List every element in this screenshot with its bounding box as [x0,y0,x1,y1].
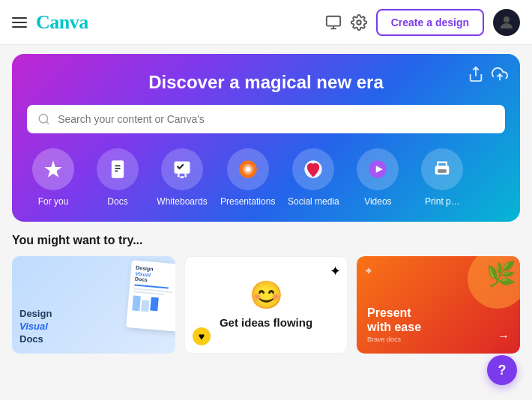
header-left: Canva [12,11,88,34]
card2-title: Get ideas flowing [220,315,312,330]
svg-rect-21 [438,169,447,173]
card3-tag: ✤ [366,267,372,275]
whiteboards-label: Whiteboards [157,196,207,207]
docs-icon [97,148,139,190]
svg-point-7 [39,115,47,123]
whiteboards-icon [161,148,203,190]
card3-arrow: → [498,330,510,343]
svg-rect-13 [175,162,190,174]
smiley-icon: 😊 [250,279,283,311]
category-presentations[interactable]: Presentations [220,148,275,207]
category-whiteboards[interactable]: Whiteboards [156,148,208,207]
cloud-upload-icon[interactable] [492,66,508,85]
monitor-icon[interactable] [325,14,342,31]
svg-point-3 [357,20,361,25]
search-bar[interactable] [27,105,505,133]
suggestions-grid: Design Visual Docs DesignVisualDocs [12,256,520,354]
category-print[interactable]: Print p… [416,148,468,207]
card3-inner: 🌿 ✤ Present with ease Brave docs → [357,256,520,354]
docs-label: Docs [107,196,127,207]
presentations-label: Presentations [220,196,275,207]
svg-point-4 [504,16,510,22]
suggestions-section: You might want to try... Design Visual D… [12,234,520,354]
foryou-label: For you [38,196,69,207]
star-decoration: ✦ [330,263,341,279]
card2-content: 😊 Get ideas flowing [208,267,324,342]
canva-logo: Canva [36,11,88,34]
hero-action-icons [468,66,508,85]
main-content: Discover a magical new era For you [0,45,532,363]
card1-title1: Design [19,308,52,321]
mini-doc-1: DesignVisualDocs [126,260,175,332]
presentations-icon [227,148,269,190]
videos-icon [357,148,399,190]
hero-banner: Discover a magical new era For you [12,54,520,222]
help-button[interactable]: ? [487,355,517,385]
suggestions-title: You might want to try... [12,234,520,247]
hero-title: Discover a magical new era [27,72,505,93]
category-videos[interactable]: Videos [351,148,404,207]
card1-title3: Docs [19,333,52,346]
header: Canva Create a design [0,0,532,45]
card-present-ease[interactable]: 🌿 ✤ Present with ease Brave docs → [357,256,520,354]
card-design-docs[interactable]: Design Visual Docs DesignVisualDocs [12,256,175,354]
videos-label: Videos [364,196,391,207]
category-docs[interactable]: Docs [91,148,144,207]
card-get-ideas[interactable]: 😊 Get ideas flowing ✦ ♥ [184,256,348,354]
social-label: Social media [288,196,339,207]
yellow-dot-decoration: ♥ [193,327,211,345]
card1-title2: Visual [19,321,52,333]
social-icon [292,148,334,190]
share-icon[interactable] [468,66,484,85]
card3-title1: Present [367,306,510,320]
svg-point-16 [245,167,250,172]
category-list: For you Docs [27,148,505,207]
settings-icon[interactable] [351,14,367,31]
svg-rect-9 [112,160,124,178]
card3-title2: with ease [367,320,510,334]
create-design-button[interactable]: Create a design [376,9,484,36]
card3-title: Present with ease Brave docs [367,306,510,343]
category-social[interactable]: Social media [287,148,339,207]
search-icon [37,112,50,126]
svg-rect-0 [327,16,340,25]
print-label: Print p… [425,196,460,207]
print-icon [421,148,463,190]
card3-subtitle: Brave docs [367,336,510,343]
hamburger-menu[interactable] [12,17,27,28]
search-input[interactable] [58,113,495,125]
category-foryou[interactable]: For you [27,148,79,207]
foryou-icon [32,148,74,190]
header-right: Create a design [325,9,520,36]
user-avatar[interactable] [493,9,520,36]
svg-line-8 [46,121,49,124]
card3-leaf-decoration: 🌿 [486,260,516,288]
